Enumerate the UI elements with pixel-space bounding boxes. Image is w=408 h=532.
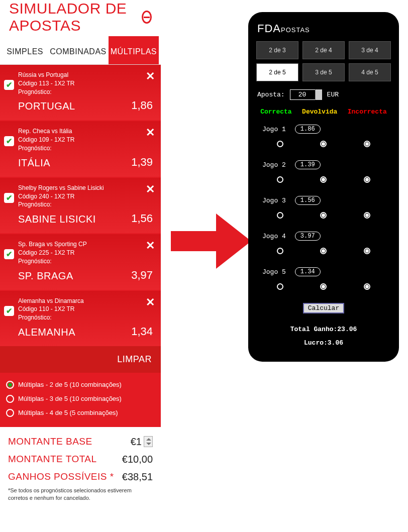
radio-icon[interactable] (6, 409, 14, 417)
pick-odd: 1,39 (131, 156, 153, 169)
outcome-radio[interactable] (364, 141, 370, 147)
pick-code: Código 225 - 1X2 TR (18, 249, 153, 257)
lucro: Lucro:3.06 (255, 336, 392, 350)
pick-match: Shelby Rogers vs Sabine Lisicki (18, 184, 153, 192)
game-odd[interactable]: 1.86 (295, 125, 321, 134)
pick-item: ✔✕Shelby Rogers vs Sabine LisickiCódigo … (0, 178, 161, 233)
bet-simulator-panel: SIMULADOR DE APOSTAS SIMPLES COMBINADAS … (0, 0, 161, 512)
outcome-radio[interactable] (320, 141, 327, 147)
pick-code: Código 110 - 1X2 TR (18, 305, 153, 313)
checkmark-icon[interactable]: ✔ (4, 306, 14, 316)
game-row: Jogo 51.34 (255, 263, 392, 299)
total-ganho: Total Ganho:23.06 (255, 323, 392, 336)
multiple-option[interactable]: Múltiplas - 4 de 5 (5 combinações) (6, 406, 155, 420)
multiple-option[interactable]: Múltiplas - 3 de 5 (10 combinações) (6, 392, 155, 406)
calculator-panel: FDAPOSTAS 2 de 32 de 43 de 42 de 53 de 5… (248, 12, 399, 362)
game-label: Jogo 1 (262, 126, 286, 133)
game-odd[interactable]: 1.39 (295, 160, 321, 169)
stake-row: Aposta: EUR (255, 86, 392, 107)
montante-base-value: €1 (131, 436, 142, 448)
outcome-radio[interactable] (364, 248, 370, 254)
game-odd[interactable]: 3.97 (295, 232, 321, 241)
combo-button[interactable]: 2 de 3 (256, 41, 298, 59)
stepper-icon[interactable] (144, 436, 153, 447)
combo-button[interactable]: 3 de 4 (349, 41, 391, 59)
montante-base-label: MONTANTE BASE (8, 436, 92, 447)
pick-code: Código 113 - 1X2 TR (18, 79, 153, 88)
outcome-radio[interactable] (364, 212, 370, 219)
footnote: *Se todos os prognósticos selecionados e… (8, 486, 153, 506)
outcome-headers: Correcta Devolvida Incorrecta (255, 107, 392, 121)
pick-item: ✔✕Rep. Checa vs ItáliaCódigo 109 - 1X2 T… (0, 121, 161, 176)
checkmark-icon[interactable]: ✔ (4, 136, 14, 146)
radio-icon[interactable] (6, 381, 14, 389)
outcome-radio[interactable] (320, 248, 327, 254)
header-incorrecta: Incorrecta (348, 108, 387, 116)
games-list: Jogo 11.86Jogo 21.39Jogo 31.56Jogo 43.97… (255, 121, 392, 299)
arrow-icon (171, 211, 251, 271)
outcome-radio[interactable] (277, 176, 283, 183)
game-label: Jogo 3 (262, 197, 286, 204)
close-icon[interactable]: ✕ (146, 70, 155, 83)
fda-logo: FDAPOSTAS (255, 19, 392, 41)
game-row: Jogo 43.97 (255, 228, 392, 263)
close-icon[interactable]: ✕ (146, 126, 155, 139)
totals-section: MONTANTE BASE €1 MONTANTE TOTAL €10,00 G… (0, 427, 161, 512)
outcome-radio[interactable] (364, 176, 370, 183)
pick-selection: ALEMANHA (18, 327, 75, 338)
outcome-radio-group (258, 245, 389, 263)
checkmark-icon[interactable]: ✔ (4, 193, 14, 203)
outcome-radio[interactable] (277, 248, 283, 254)
simulator-title: SIMULADOR DE APOSTAS (9, 0, 142, 34)
pick-prog: Prognóstico: (18, 88, 153, 96)
clear-button[interactable]: LIMPAR (117, 354, 152, 364)
combo-button[interactable]: 4 de 5 (349, 63, 391, 81)
stake-label: Aposta: (257, 91, 285, 98)
game-row: Jogo 21.39 (255, 156, 392, 192)
header-devolvida: Devolvida (302, 108, 337, 116)
close-icon[interactable]: ✕ (146, 183, 155, 196)
checkmark-icon[interactable]: ✔ (4, 249, 14, 259)
outcome-radio[interactable] (277, 283, 283, 290)
collapse-icon[interactable] (142, 11, 152, 24)
game-row: Jogo 11.86 (255, 121, 392, 156)
game-label: Jogo 5 (262, 268, 286, 276)
radio-icon[interactable] (6, 395, 14, 403)
tab-simples[interactable]: SIMPLES (2, 36, 48, 64)
pick-item: ✔✕Sp. Braga vs Sporting CPCódigo 225 - 1… (0, 234, 161, 289)
outcome-radio[interactable] (277, 141, 283, 147)
multiple-option-label: Múltiplas - 3 de 5 (10 combinações) (18, 395, 122, 402)
combo-button[interactable]: 3 de 5 (302, 63, 345, 81)
calculate-button[interactable]: Calcular (303, 303, 344, 313)
outcome-radio[interactable] (364, 283, 370, 290)
game-odd[interactable]: 1.56 (295, 196, 321, 205)
game-odd[interactable]: 1.34 (295, 267, 321, 276)
close-icon[interactable]: ✕ (146, 239, 155, 252)
pick-item: ✔✕Alemanha vs DinamarcaCódigo 110 - 1X2 … (0, 291, 161, 346)
tab-multiplas[interactable]: MÚLTIPLAS (109, 36, 159, 64)
logo-text-a: FDA (257, 22, 281, 35)
logo-text-b: POSTAS (281, 26, 310, 34)
pick-selection: SP. BRAGA (18, 270, 73, 282)
game-label: Jogo 4 (262, 233, 286, 240)
combo-button[interactable]: 2 de 5 (256, 63, 298, 81)
bet-type-tabs: SIMPLES COMBINADAS MÚLTIPLAS (0, 36, 161, 65)
outcome-radio[interactable] (320, 176, 327, 183)
stepper-icon[interactable] (315, 89, 322, 100)
outcome-radio-group (258, 173, 389, 192)
outcome-radio[interactable] (320, 283, 327, 290)
svg-marker-0 (171, 214, 251, 269)
multiples-options: Múltiplas - 2 de 5 (10 combinações)Múlti… (0, 373, 161, 427)
outcome-radio[interactable] (277, 212, 283, 219)
tab-combinadas[interactable]: COMBINADAS (48, 36, 109, 64)
outcome-radio[interactable] (320, 212, 327, 219)
checkmark-icon[interactable]: ✔ (4, 80, 14, 90)
pick-odd: 1,34 (131, 325, 153, 338)
ganhos-label: GANHOS POSSÍVEIS * (8, 471, 114, 482)
combo-button[interactable]: 2 de 4 (302, 41, 345, 59)
pick-match: Rep. Checa vs Itália (18, 127, 153, 136)
multiple-option[interactable]: Múltiplas - 2 de 5 (10 combinações) (6, 378, 155, 392)
close-icon[interactable]: ✕ (146, 296, 155, 309)
game-label: Jogo 2 (262, 161, 286, 169)
pick-odd: 1,86 (131, 99, 153, 112)
